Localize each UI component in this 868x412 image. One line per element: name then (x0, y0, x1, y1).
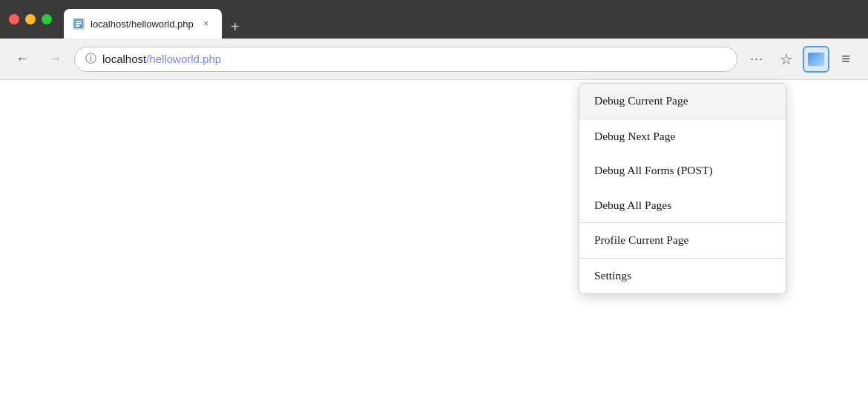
menu-item-debug-forms[interactable]: Debug All Forms (POST) (579, 153, 786, 188)
nav-bar: ← → ⓘ localhost/helloworld.php ··· ☆ ≡ (0, 39, 868, 80)
new-tab-button[interactable]: + (225, 16, 246, 37)
menu-button[interactable]: ≡ (832, 46, 859, 73)
address-text: localhost/helloworld.php (102, 53, 726, 65)
tab-close-button[interactable]: × (200, 17, 213, 30)
title-bar: localhost/helloworld.php × + (0, 0, 868, 39)
menu-item-settings[interactable]: Settings (579, 259, 786, 293)
maximize-button[interactable] (42, 14, 52, 24)
address-path: /helloworld.php (146, 53, 221, 65)
nav-actions: ··· ☆ ≡ (743, 46, 859, 73)
back-button[interactable]: ← (9, 46, 36, 73)
menu-item-debug-pages[interactable]: Debug All Pages (579, 188, 786, 223)
menu-item-debug-current[interactable]: Debug Current Page (579, 84, 786, 119)
minimize-button[interactable] (25, 14, 36, 24)
bookmark-button[interactable]: ☆ (773, 46, 800, 73)
active-tab[interactable]: localhost/helloworld.php × (64, 9, 222, 39)
svg-rect-1 (76, 21, 82, 22)
menu-item-profile-current[interactable]: Profile Current Page (579, 223, 786, 258)
info-icon: ⓘ (85, 52, 96, 66)
close-button[interactable] (9, 14, 19, 24)
dropdown-menu: Debug Current Page Debug Next Page Debug… (579, 83, 786, 294)
extension-icon (808, 53, 824, 66)
tab-favicon (73, 18, 85, 30)
forward-button[interactable]: → (42, 46, 68, 73)
svg-rect-3 (76, 25, 79, 27)
tab-container: localhost/helloworld.php × + (64, 0, 859, 39)
content-area: Debug Current Page Debug Next Page Debug… (0, 80, 868, 412)
svg-rect-2 (76, 23, 82, 24)
menu-item-debug-next[interactable]: Debug Next Page (579, 119, 786, 154)
tab-title: localhost/helloworld.php (91, 19, 194, 30)
dropdown-arrow (759, 83, 771, 84)
extension-button[interactable] (803, 46, 829, 73)
more-button[interactable]: ··· (743, 46, 770, 73)
traffic-lights (9, 14, 52, 24)
address-bar[interactable]: ⓘ localhost/helloworld.php (74, 47, 737, 72)
